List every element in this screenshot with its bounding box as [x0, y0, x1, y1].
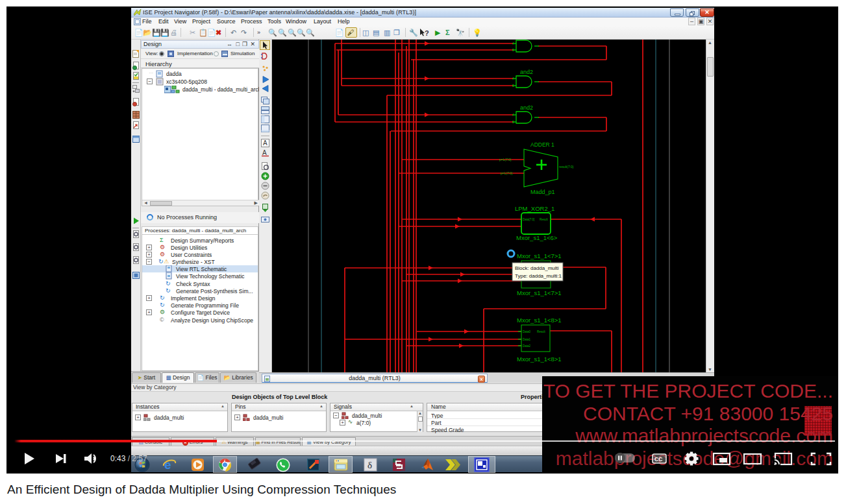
svg-text:Data2: Data2: [523, 344, 531, 348]
svg-text:p=L(7:0): p=L(7:0): [499, 158, 512, 162]
svg-text:B: B: [512, 49, 514, 52]
svg-text:A: A: [512, 42, 514, 45]
svg-text:Mxor_s1_1<8>1: Mxor_s1_1<8>1: [517, 355, 562, 363]
svg-text:Data[7:0]: Data[7:0]: [523, 218, 534, 221]
svg-text:and2: and2: [520, 69, 533, 75]
svg-text:Data0: Data0: [523, 330, 531, 333]
svg-text:LPM_XOR2_1: LPM_XOR2_1: [515, 205, 554, 212]
svg-text:B: B: [512, 84, 514, 88]
svg-text:Madd_p1: Madd_p1: [530, 189, 555, 195]
svg-text:0:43 / 2:57: 0:43 / 2:57: [110, 454, 147, 463]
svg-text:Block: dadda_multi: Block: dadda_multi: [515, 265, 559, 271]
svg-text:and2: and2: [520, 104, 533, 111]
svg-text:A: A: [263, 139, 267, 147]
svg-text:B: B: [512, 121, 514, 124]
svg-text:Mxor_s1_1<8>1: Mxor_s1_1<8>1: [517, 317, 562, 324]
svg-text:Data1: Data1: [523, 338, 531, 341]
svg-text:Mxor_s1_1<7>1: Mxor_s1_1<7>1: [517, 289, 562, 296]
svg-text:A: A: [262, 149, 267, 156]
svg-text:Type: dadda_multi:1: Type: dadda_multi:1: [515, 273, 562, 279]
svg-text:result(7:0): result(7:0): [559, 165, 574, 169]
svg-text:A: A: [512, 114, 514, 117]
svg-text:Mxor_s1_1<6>: Mxor_s1_1<6>: [516, 234, 558, 241]
svg-text:A: A: [512, 77, 514, 80]
svg-text:p=L(7:0): p=L(7:0): [501, 171, 513, 175]
svg-text:CC: CC: [654, 456, 662, 462]
svg-text:ADDER 1: ADDER 1: [530, 141, 554, 148]
svg-text:Result: Result: [537, 330, 546, 333]
svg-text:Result: Result: [540, 218, 549, 221]
svg-text:?: ?: [425, 29, 429, 37]
svg-text:Mxor_s1_1<7>1: Mxor_s1_1<7>1: [517, 252, 562, 259]
